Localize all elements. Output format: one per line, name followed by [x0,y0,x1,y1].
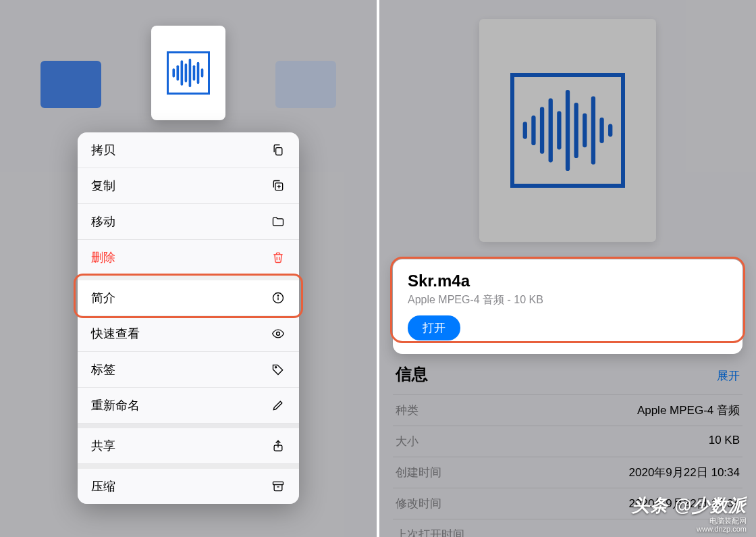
menu-item-copy[interactable]: 拷贝 [78,132,299,168]
menu-item-label: 移动 [91,213,115,230]
watermark: 头条 @少数派 电脑装配网 www.dnzp.com [632,494,747,533]
menu-item-label: 共享 [91,438,115,454]
file-name: Skr.m4a [408,272,728,290]
menu-item-tag[interactable]: 标签 [78,352,299,388]
svg-point-16 [277,295,278,296]
audio-waveform-icon [167,51,210,95]
right-pane: Skr.m4a Apple MPEG-4 音频 - 10 KB 打开 信息 展开… [379,0,756,537]
watermark-sub-b: www.dnzp.com [632,525,747,533]
svg-rect-8 [276,148,282,155]
menu-item-label: 删除 [91,249,115,265]
svg-point-18 [275,367,277,368]
menu-item-label: 复制 [91,178,115,194]
watermark-main: 头条 @少数派 [632,494,747,517]
copy-icon [271,143,286,157]
menu-item-label: 压缩 [91,478,115,494]
eye-icon [271,326,286,341]
svg-rect-20 [273,482,284,484]
pencil-icon [271,398,286,413]
menu-item-trash[interactable]: 删除 [78,240,299,276]
svg-point-17 [277,332,280,336]
menu-item-duplicate[interactable]: 复制 [78,168,299,204]
share-icon [271,438,286,453]
file-thumbnail[interactable] [151,26,225,120]
menu-item-label: 快速查看 [91,326,140,342]
menu-item-info[interactable]: 简介 [78,276,299,316]
menu-item-label: 简介 [91,290,115,306]
duplicate-icon [271,178,286,193]
menu-item-pencil[interactable]: 重新命名 [78,388,299,424]
file-subtitle: Apple MPEG-4 音频 - 10 KB [408,293,728,307]
folder-icon [271,214,286,229]
menu-item-label: 拷贝 [91,142,115,158]
menu-item-label: 标签 [91,361,115,378]
menu-item-archive[interactable]: 压缩 [78,464,299,504]
info-icon [271,290,286,305]
menu-item-eye[interactable]: 快速查看 [78,316,299,352]
file-info-card: Skr.m4a Apple MPEG-4 音频 - 10 KB 打开 [393,259,742,354]
menu-item-share[interactable]: 共享 [78,424,299,464]
tag-icon [271,362,286,377]
context-menu: 拷贝复制移动删除简介快速查看标签重新命名共享压缩 [78,132,299,504]
trash-icon [271,250,286,265]
left-pane: 拷贝复制移动删除简介快速查看标签重新命名共享压缩 [0,0,377,537]
archive-icon [271,479,286,494]
menu-item-folder[interactable]: 移动 [78,204,299,240]
open-button[interactable]: 打开 [408,315,460,340]
menu-item-label: 重新命名 [91,397,140,413]
